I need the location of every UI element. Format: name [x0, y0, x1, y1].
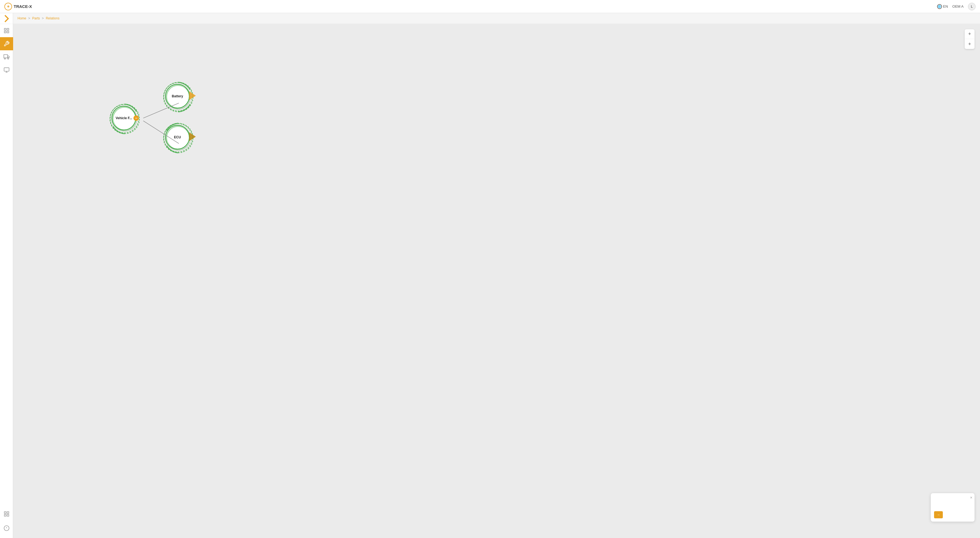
zoom-in-button[interactable]: + [965, 29, 975, 39]
header-right: 🌐 EN OEM A L [937, 3, 975, 10]
svg-marker-26 [189, 132, 196, 141]
header: ⊕ TRACE-X 🌐 EN OEM A L [0, 0, 980, 13]
sidebar-item-apps[interactable] [0, 508, 13, 520]
svg-marker-23 [189, 91, 196, 100]
zoom-out-button[interactable]: + [965, 39, 975, 49]
detail-panel: × → [931, 493, 975, 522]
svg-rect-0 [4, 29, 6, 30]
detail-panel-close-button[interactable]: × [970, 495, 972, 500]
main-layout: Home > Parts > Relations + + [0, 13, 980, 538]
svg-rect-1 [7, 29, 8, 30]
logo-text: TRACE-X [14, 4, 32, 9]
svg-rect-2 [4, 31, 6, 33]
sidebar-item-vehicles[interactable] [0, 50, 13, 64]
node-ecu-circle[interactable]: ECU [165, 125, 190, 150]
breadcrumb-sep2: > [42, 16, 44, 20]
lang-label: EN [943, 4, 948, 8]
sidebar [0, 13, 13, 538]
sidebar-item-monitor[interactable] [0, 64, 13, 76]
node-battery-circle[interactable]: Battery [165, 84, 190, 108]
zoom-controls: + + [965, 29, 975, 49]
sidebar-bottom [0, 508, 13, 538]
svg-point-6 [7, 58, 9, 59]
node-vehicle[interactable]: Vehicle F... − [111, 106, 136, 131]
language-button[interactable]: 🌐 EN [937, 4, 948, 9]
svg-rect-12 [4, 514, 6, 516]
battery-arrow [189, 91, 196, 101]
connector-lines [13, 24, 980, 538]
breadcrumb-home[interactable]: Home [18, 16, 26, 20]
avatar: L [968, 3, 975, 10]
node-vehicle-label: Vehicle F... [116, 116, 132, 120]
node-ecu[interactable]: ECU [165, 125, 190, 150]
logo: ⊕ TRACE-X [5, 3, 32, 10]
detail-panel-content [934, 497, 971, 505]
svg-rect-7 [4, 68, 9, 72]
svg-rect-3 [7, 31, 8, 33]
svg-rect-13 [7, 514, 8, 516]
content: Home > Parts > Relations + + [13, 13, 980, 538]
canvas: + + [13, 24, 980, 538]
node-vehicle-circle[interactable]: Vehicle F... [111, 106, 136, 131]
svg-rect-4 [3, 55, 7, 58]
globe-icon: 🌐 [937, 4, 942, 9]
sidebar-item-dashboard[interactable] [0, 24, 13, 37]
sidebar-toggle[interactable] [0, 13, 13, 24]
node-battery-label: Battery [172, 94, 183, 98]
breadcrumb-sep1: > [28, 16, 30, 20]
node-ecu-label: ECU [174, 135, 181, 139]
sidebar-item-info[interactable] [0, 522, 13, 535]
breadcrumb-parts[interactable]: Parts [32, 16, 40, 20]
sidebar-item-parts[interactable] [0, 37, 13, 50]
connector-dot[interactable]: − [134, 115, 139, 121]
svg-rect-11 [7, 512, 8, 513]
user-label: OEM A [952, 4, 964, 8]
detail-panel-action-button[interactable]: → [934, 511, 943, 518]
ecu-arrow [189, 132, 196, 142]
node-battery[interactable]: Battery [165, 84, 190, 108]
breadcrumb-current: Relations [46, 16, 59, 20]
logo-icon: ⊕ [5, 3, 12, 10]
svg-point-5 [4, 58, 5, 59]
breadcrumb: Home > Parts > Relations [13, 13, 980, 24]
svg-rect-10 [4, 512, 6, 513]
